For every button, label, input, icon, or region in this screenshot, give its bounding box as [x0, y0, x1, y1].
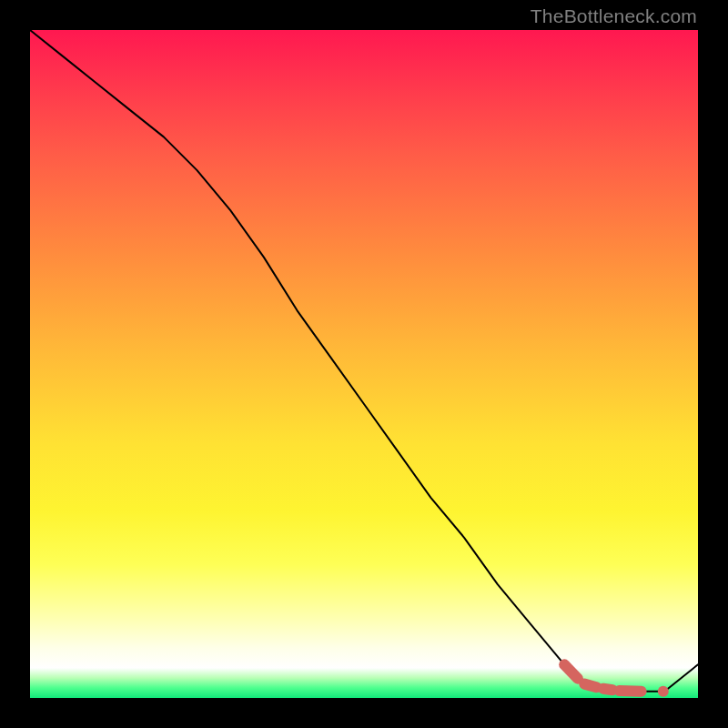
highlight-dot — [658, 686, 669, 697]
highlight-segment — [584, 684, 596, 688]
highlight-segment — [564, 664, 578, 678]
chart-overlay — [30, 30, 698, 698]
watermark-label: TheBottleneck.com — [531, 5, 697, 27]
highlight-segment — [603, 689, 612, 691]
highlight-segment — [619, 691, 641, 692]
chart-frame: TheBottleneck.com — [0, 0, 728, 728]
main-curve-line — [30, 30, 698, 692]
